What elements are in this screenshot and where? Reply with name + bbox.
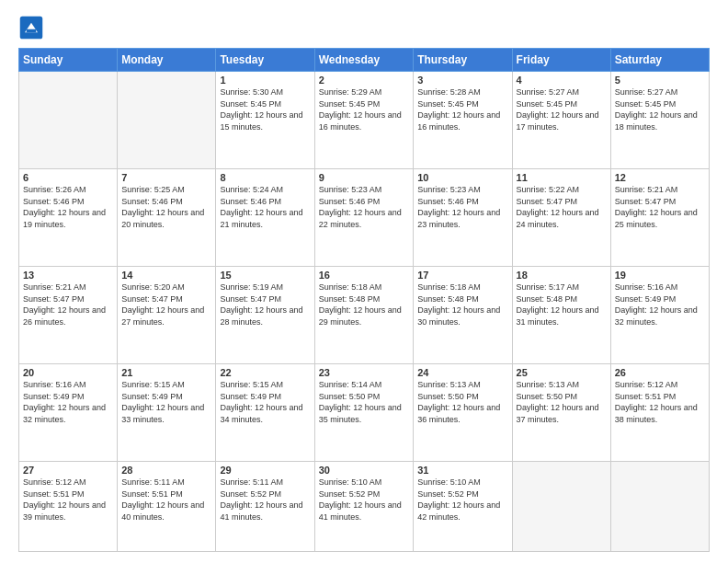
day-info: Sunrise: 5:12 AM Sunset: 5:51 PM Dayligh… xyxy=(615,379,705,425)
day-number: 31 xyxy=(417,465,507,476)
table-row: 4Sunrise: 5:27 AM Sunset: 5:45 PM Daylig… xyxy=(512,72,610,169)
day-number: 15 xyxy=(220,270,310,281)
day-info: Sunrise: 5:15 AM Sunset: 5:49 PM Dayligh… xyxy=(121,379,211,425)
calendar-week-row: 20Sunrise: 5:16 AM Sunset: 5:49 PM Dayli… xyxy=(19,364,710,462)
table-row: 5Sunrise: 5:27 AM Sunset: 5:45 PM Daylig… xyxy=(610,72,709,169)
logo xyxy=(18,15,48,40)
day-number: 6 xyxy=(23,172,113,183)
table-row: 16Sunrise: 5:18 AM Sunset: 5:48 PM Dayli… xyxy=(314,267,414,364)
table-row: 19Sunrise: 5:16 AM Sunset: 5:49 PM Dayli… xyxy=(610,267,709,364)
table-row: 26Sunrise: 5:12 AM Sunset: 5:51 PM Dayli… xyxy=(610,364,709,462)
day-number: 20 xyxy=(23,367,113,378)
day-number: 7 xyxy=(121,172,211,183)
day-info: Sunrise: 5:29 AM Sunset: 5:45 PM Dayligh… xyxy=(319,86,410,132)
day-number: 29 xyxy=(220,465,310,476)
header xyxy=(18,15,710,40)
table-row xyxy=(118,72,216,169)
day-info: Sunrise: 5:19 AM Sunset: 5:47 PM Dayligh… xyxy=(220,282,310,327)
table-row: 14Sunrise: 5:20 AM Sunset: 5:47 PM Dayli… xyxy=(118,267,216,364)
table-row: 9Sunrise: 5:23 AM Sunset: 5:46 PM Daylig… xyxy=(314,169,414,267)
col-wednesday: Wednesday xyxy=(314,49,414,72)
day-info: Sunrise: 5:21 AM Sunset: 5:47 PM Dayligh… xyxy=(615,184,705,230)
day-number: 16 xyxy=(319,270,410,281)
day-info: Sunrise: 5:16 AM Sunset: 5:49 PM Dayligh… xyxy=(23,379,113,425)
day-number: 10 xyxy=(417,172,507,183)
calendar-header-row: Sunday Monday Tuesday Wednesday Thursday… xyxy=(19,49,710,72)
day-info: Sunrise: 5:18 AM Sunset: 5:48 PM Dayligh… xyxy=(417,282,507,327)
day-info: Sunrise: 5:24 AM Sunset: 5:46 PM Dayligh… xyxy=(220,184,310,230)
day-info: Sunrise: 5:21 AM Sunset: 5:47 PM Dayligh… xyxy=(23,282,113,327)
svg-rect-2 xyxy=(27,29,37,33)
day-number: 5 xyxy=(615,75,705,86)
day-info: Sunrise: 5:13 AM Sunset: 5:50 PM Dayligh… xyxy=(417,379,507,425)
day-number: 27 xyxy=(23,465,113,476)
table-row: 22Sunrise: 5:15 AM Sunset: 5:49 PM Dayli… xyxy=(216,364,314,462)
day-number: 19 xyxy=(615,270,705,281)
table-row: 6Sunrise: 5:26 AM Sunset: 5:46 PM Daylig… xyxy=(19,169,118,267)
table-row: 3Sunrise: 5:28 AM Sunset: 5:45 PM Daylig… xyxy=(414,72,512,169)
table-row: 28Sunrise: 5:11 AM Sunset: 5:51 PM Dayli… xyxy=(118,462,216,552)
day-number: 3 xyxy=(417,75,507,86)
day-number: 4 xyxy=(517,75,607,86)
day-info: Sunrise: 5:16 AM Sunset: 5:49 PM Dayligh… xyxy=(615,282,705,327)
table-row: 10Sunrise: 5:23 AM Sunset: 5:46 PM Dayli… xyxy=(414,169,512,267)
col-saturday: Saturday xyxy=(610,49,709,72)
day-info: Sunrise: 5:27 AM Sunset: 5:45 PM Dayligh… xyxy=(615,86,705,132)
table-row: 30Sunrise: 5:10 AM Sunset: 5:52 PM Dayli… xyxy=(314,462,414,552)
table-row: 1Sunrise: 5:30 AM Sunset: 5:45 PM Daylig… xyxy=(216,72,314,169)
day-info: Sunrise: 5:25 AM Sunset: 5:46 PM Dayligh… xyxy=(121,184,211,230)
day-number: 22 xyxy=(220,367,310,378)
day-info: Sunrise: 5:10 AM Sunset: 5:52 PM Dayligh… xyxy=(417,477,507,523)
day-info: Sunrise: 5:23 AM Sunset: 5:46 PM Dayligh… xyxy=(319,184,410,230)
day-number: 25 xyxy=(517,367,607,378)
day-number: 30 xyxy=(319,465,410,476)
table-row: 29Sunrise: 5:11 AM Sunset: 5:52 PM Dayli… xyxy=(216,462,314,552)
day-info: Sunrise: 5:28 AM Sunset: 5:45 PM Dayligh… xyxy=(417,86,507,132)
day-number: 9 xyxy=(319,172,410,183)
table-row: 8Sunrise: 5:24 AM Sunset: 5:46 PM Daylig… xyxy=(216,169,314,267)
page: Sunday Monday Tuesday Wednesday Thursday… xyxy=(0,0,728,563)
table-row: 25Sunrise: 5:13 AM Sunset: 5:50 PM Dayli… xyxy=(512,364,610,462)
day-info: Sunrise: 5:13 AM Sunset: 5:50 PM Dayligh… xyxy=(517,379,607,425)
day-info: Sunrise: 5:30 AM Sunset: 5:45 PM Dayligh… xyxy=(220,86,310,132)
table-row: 12Sunrise: 5:21 AM Sunset: 5:47 PM Dayli… xyxy=(610,169,709,267)
day-number: 24 xyxy=(417,367,507,378)
day-info: Sunrise: 5:10 AM Sunset: 5:52 PM Dayligh… xyxy=(319,477,410,523)
calendar-week-row: 6Sunrise: 5:26 AM Sunset: 5:46 PM Daylig… xyxy=(19,169,710,267)
day-number: 23 xyxy=(319,367,410,378)
day-number: 21 xyxy=(121,367,211,378)
day-info: Sunrise: 5:26 AM Sunset: 5:46 PM Dayligh… xyxy=(23,184,113,230)
table-row: 24Sunrise: 5:13 AM Sunset: 5:50 PM Dayli… xyxy=(414,364,512,462)
col-monday: Monday xyxy=(118,49,216,72)
day-info: Sunrise: 5:23 AM Sunset: 5:46 PM Dayligh… xyxy=(417,184,507,230)
day-info: Sunrise: 5:12 AM Sunset: 5:51 PM Dayligh… xyxy=(23,477,113,523)
table-row: 18Sunrise: 5:17 AM Sunset: 5:48 PM Dayli… xyxy=(512,267,610,364)
day-number: 14 xyxy=(121,270,211,281)
day-info: Sunrise: 5:11 AM Sunset: 5:52 PM Dayligh… xyxy=(220,477,310,523)
table-row xyxy=(512,462,610,552)
day-info: Sunrise: 5:17 AM Sunset: 5:48 PM Dayligh… xyxy=(517,282,607,327)
table-row: 7Sunrise: 5:25 AM Sunset: 5:46 PM Daylig… xyxy=(118,169,216,267)
table-row: 20Sunrise: 5:16 AM Sunset: 5:49 PM Dayli… xyxy=(19,364,118,462)
day-number: 2 xyxy=(319,75,410,86)
day-number: 8 xyxy=(220,172,310,183)
calendar-week-row: 27Sunrise: 5:12 AM Sunset: 5:51 PM Dayli… xyxy=(19,462,710,552)
col-friday: Friday xyxy=(512,49,610,72)
calendar-week-row: 13Sunrise: 5:21 AM Sunset: 5:47 PM Dayli… xyxy=(19,267,710,364)
table-row: 11Sunrise: 5:22 AM Sunset: 5:47 PM Dayli… xyxy=(512,169,610,267)
day-number: 28 xyxy=(121,465,211,476)
table-row: 2Sunrise: 5:29 AM Sunset: 5:45 PM Daylig… xyxy=(314,72,414,169)
day-info: Sunrise: 5:18 AM Sunset: 5:48 PM Dayligh… xyxy=(319,282,410,327)
table-row: 13Sunrise: 5:21 AM Sunset: 5:47 PM Dayli… xyxy=(19,267,118,364)
day-number: 13 xyxy=(23,270,113,281)
table-row: 27Sunrise: 5:12 AM Sunset: 5:51 PM Dayli… xyxy=(19,462,118,552)
day-number: 11 xyxy=(517,172,607,183)
col-sunday: Sunday xyxy=(19,49,118,72)
col-thursday: Thursday xyxy=(414,49,512,72)
day-info: Sunrise: 5:15 AM Sunset: 5:49 PM Dayligh… xyxy=(220,379,310,425)
day-number: 18 xyxy=(517,270,607,281)
table-row: 17Sunrise: 5:18 AM Sunset: 5:48 PM Dayli… xyxy=(414,267,512,364)
table-row xyxy=(19,72,118,169)
table-row: 15Sunrise: 5:19 AM Sunset: 5:47 PM Dayli… xyxy=(216,267,314,364)
day-number: 1 xyxy=(220,75,310,86)
